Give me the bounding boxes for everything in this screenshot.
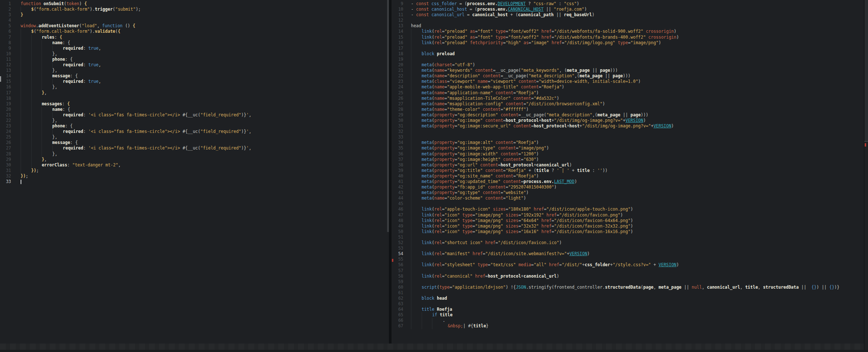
- line-number[interactable]: 41: [392, 179, 403, 184]
- code-line[interactable]: 25 meta(name="application-name" content=…: [392, 90, 864, 96]
- right-pane-scrollbar[interactable]: [864, 0, 868, 352]
- code-line[interactable]: 27 required: '<i class="fas fa-times-cir…: [0, 145, 387, 151]
- code-line[interactable]: 13 },: [0, 68, 387, 73]
- line-number[interactable]: 57: [392, 268, 403, 274]
- code-line[interactable]: 44 meta(name="color-scheme" content="lig…: [392, 196, 864, 201]
- line-number[interactable]: 4: [0, 18, 11, 23]
- line-number[interactable]: 39: [392, 168, 403, 173]
- line-number[interactable]: 48: [392, 218, 403, 223]
- code-line[interactable]: 4: [0, 18, 387, 23]
- line-number[interactable]: 9: [0, 46, 11, 51]
- line-number[interactable]: 45: [392, 201, 403, 207]
- code-line[interactable]: 22 meta(name="description" content=__uc_…: [392, 73, 864, 79]
- line-number[interactable]: 31: [0, 168, 11, 173]
- code-line[interactable]: 20 meta(charset="utf-8"): [392, 62, 864, 68]
- line-number[interactable]: 11: [392, 12, 403, 18]
- right-scrollbar-thumb[interactable]: [865, 0, 868, 141]
- code-line[interactable]: 47 link(rel="icon" type="image/png" size…: [392, 212, 864, 218]
- line-number[interactable]: 16: [392, 40, 403, 46]
- code-line[interactable]: 52 link(rel="shortcut icon" href="/dist/…: [392, 240, 864, 246]
- code-line[interactable]: 9- const css_folder = (process.env.DEVEL…: [392, 1, 864, 7]
- line-number[interactable]: 33: [392, 134, 403, 140]
- line-number[interactable]: 31: [392, 123, 403, 129]
- code-line[interactable]: 18: [0, 96, 387, 101]
- line-number[interactable]: 12: [392, 18, 403, 23]
- line-number[interactable]: 7: [0, 35, 11, 40]
- line-number[interactable]: 23: [392, 79, 403, 84]
- code-line[interactable]: 7 rules: {: [0, 35, 387, 40]
- pane-divider[interactable]: [389, 0, 392, 352]
- code-line[interactable]: 36 meta(property="og:image:width" conten…: [392, 151, 864, 157]
- right-editor-pane[interactable]: 9- const css_folder = (process.env.DEVEL…: [392, 0, 864, 352]
- code-line[interactable]: 17 },: [0, 90, 387, 96]
- code-line[interactable]: 43 meta(property="og:type" content="webs…: [392, 190, 864, 196]
- code-line[interactable]: 37 meta(property="og:image:height" conte…: [392, 157, 864, 162]
- line-number[interactable]: 12: [0, 62, 11, 68]
- code-line[interactable]: 10- const canonical_host = (process.env.…: [392, 7, 864, 12]
- code-line[interactable]: 18 block preload: [392, 51, 864, 57]
- code-line[interactable]: 22 },: [0, 118, 387, 123]
- line-number[interactable]: 27: [0, 145, 11, 151]
- code-line[interactable]: 12: [392, 18, 864, 23]
- line-number[interactable]: 11: [0, 57, 11, 62]
- line-number[interactable]: 13: [392, 23, 403, 29]
- code-line[interactable]: 1function onSubmit(token) {: [0, 1, 387, 7]
- line-number[interactable]: 28: [392, 107, 403, 112]
- line-number[interactable]: 15: [392, 35, 403, 40]
- code-line[interactable]: 50 link(rel="icon" type="image/png" size…: [392, 229, 864, 235]
- line-number[interactable]: 13: [0, 68, 11, 73]
- line-number[interactable]: 59: [392, 279, 403, 285]
- code-line[interactable]: 53: [392, 246, 864, 251]
- code-line[interactable]: 48 link(rel="icon" type="image/png" size…: [392, 218, 864, 223]
- code-line[interactable]: 2 $("form.call-back-form").trigger("subm…: [0, 7, 387, 12]
- code-line[interactable]: 58 link(rel="canonical" href=host_protoc…: [392, 274, 864, 279]
- code-line[interactable]: 17: [392, 46, 864, 51]
- line-number[interactable]: 33: [0, 179, 11, 184]
- code-line[interactable]: 35 meta(property="og:image:type" content…: [392, 145, 864, 151]
- code-line[interactable]: 62 block head: [392, 296, 864, 301]
- code-line[interactable]: 30 errorClass: "text-danger mt-2",: [0, 162, 387, 168]
- code-line[interactable]: 29 },: [0, 157, 387, 162]
- code-line[interactable]: 55: [392, 257, 864, 262]
- line-number[interactable]: 32: [0, 173, 11, 179]
- line-number[interactable]: 46: [392, 207, 403, 212]
- code-line[interactable]: 20 name: {: [0, 107, 387, 112]
- line-number[interactable]: 28: [0, 151, 11, 157]
- code-line[interactable]: 46 link(rel="apple-touch-icon" sizes="18…: [392, 207, 864, 212]
- line-number[interactable]: 50: [392, 229, 403, 235]
- line-number[interactable]: 16: [0, 84, 11, 90]
- code-line[interactable]: 60 script(type="application/ld+json") !{…: [392, 285, 864, 290]
- code-line[interactable]: 41 meta(property="og:updated_time" conte…: [392, 179, 864, 184]
- line-number[interactable]: 43: [392, 190, 403, 196]
- code-line[interactable]: 29 meta(property="og:description" conten…: [392, 112, 864, 118]
- code-line[interactable]: 3}: [0, 12, 387, 18]
- line-number[interactable]: 49: [392, 223, 403, 229]
- line-number[interactable]: 51: [392, 235, 403, 240]
- code-line[interactable]: 28 },: [0, 151, 387, 157]
- code-line[interactable]: 15 required: true,: [0, 79, 387, 84]
- code-line[interactable]: 32});: [0, 173, 387, 179]
- line-number[interactable]: 5: [0, 23, 11, 29]
- line-number[interactable]: 21: [0, 112, 11, 118]
- line-number[interactable]: 3: [0, 12, 11, 18]
- line-number[interactable]: 2: [0, 7, 11, 12]
- line-number[interactable]: 18: [0, 96, 11, 101]
- line-number[interactable]: 42: [392, 184, 403, 190]
- left-editor-pane[interactable]: 1function onSubmit(token) {2 $("form.cal…: [0, 0, 387, 352]
- code-line[interactable]: 40 meta(property="og:site_name" content=…: [392, 173, 864, 179]
- line-number[interactable]: 1: [0, 1, 11, 7]
- code-line[interactable]: 65 if title: [392, 312, 864, 318]
- line-number[interactable]: 17: [0, 90, 11, 96]
- code-line[interactable]: 23 phone: {: [0, 123, 387, 129]
- code-line[interactable]: 24 required: '<i class="fas fa-times-cir…: [0, 129, 387, 134]
- code-line[interactable]: 24 meta(name="apple-mobile-web-app-title…: [392, 84, 864, 90]
- line-number[interactable]: 6: [0, 29, 11, 34]
- code-line[interactable]: 33: [0, 179, 387, 184]
- line-number[interactable]: 64: [392, 307, 403, 312]
- line-number[interactable]: 18: [392, 51, 403, 57]
- line-number[interactable]: 63: [392, 301, 403, 307]
- line-number[interactable]: 56: [392, 262, 403, 268]
- code-line[interactable]: 11- const canonical_url = canonical_host…: [392, 12, 864, 18]
- line-number[interactable]: 20: [392, 62, 403, 68]
- code-line[interactable]: 9 required: true,: [0, 46, 387, 51]
